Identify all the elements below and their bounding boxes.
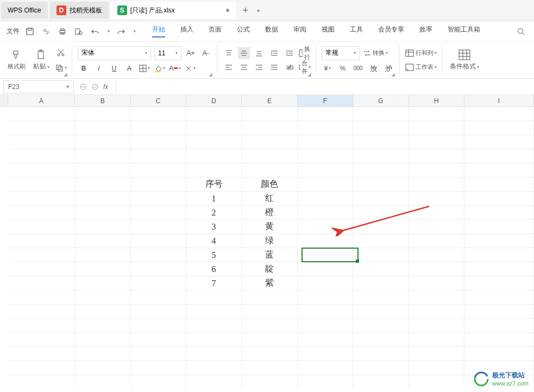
cell[interactable] (464, 276, 534, 290)
column-header-A[interactable]: A (8, 95, 75, 107)
cell[interactable] (353, 121, 409, 135)
cell[interactable] (8, 178, 75, 192)
cell[interactable] (353, 347, 409, 361)
group-expand-icon[interactable]: ◢ (209, 72, 214, 77)
cell[interactable] (186, 163, 242, 178)
tab-template[interactable]: D 找稻壳模板 (50, 2, 109, 19)
cell[interactable] (242, 361, 297, 375)
cell[interactable] (242, 319, 297, 333)
paste-button[interactable]: 粘贴▾ (31, 47, 52, 73)
cell[interactable] (409, 220, 464, 234)
new-tab-dropdown[interactable]: ▾ (253, 8, 264, 14)
cell[interactable]: 3 (186, 220, 242, 234)
cell[interactable] (464, 163, 534, 178)
group-expand-icon[interactable]: ◢ (307, 72, 313, 77)
cell[interactable] (186, 319, 242, 333)
cell[interactable]: 2 (186, 206, 242, 220)
cell[interactable] (298, 375, 353, 388)
conditional-format-button[interactable]: 条件格式▾ (448, 47, 481, 73)
cell[interactable] (75, 262, 130, 276)
cell[interactable] (353, 107, 409, 121)
cell[interactable] (75, 319, 130, 333)
fill-color-button[interactable]: ▾ (154, 62, 166, 74)
column-header-F[interactable]: F (298, 95, 353, 107)
cell[interactable] (242, 121, 297, 135)
currency-button[interactable]: ¥▾ (322, 62, 334, 74)
cell[interactable]: 7 (186, 276, 242, 290)
print-icon[interactable] (58, 27, 67, 36)
cell[interactable] (298, 305, 353, 319)
cell[interactable] (8, 107, 75, 121)
cell[interactable] (409, 107, 464, 121)
strike-button[interactable]: A (123, 62, 135, 74)
worksheet-button[interactable]: 工作表▾ (405, 61, 437, 73)
fx-icon[interactable]: fx (103, 83, 108, 91)
cell[interactable]: 绿 (242, 234, 297, 248)
cell[interactable] (464, 333, 534, 347)
align-middle-button[interactable] (238, 47, 250, 59)
cell[interactable] (464, 206, 534, 220)
cell[interactable] (298, 220, 353, 234)
cell[interactable] (186, 333, 242, 347)
cell[interactable] (353, 178, 409, 192)
cell[interactable] (298, 361, 353, 375)
select-all-corner[interactable] (0, 95, 8, 107)
cell[interactable] (8, 192, 75, 206)
print-preview-icon[interactable] (74, 27, 84, 36)
cell[interactable] (131, 192, 186, 206)
font-size-select[interactable]: 11▾ (154, 46, 181, 60)
cell[interactable] (409, 121, 464, 135)
cell[interactable]: 颜色 (242, 178, 297, 192)
cell[interactable] (464, 107, 534, 121)
cell[interactable] (75, 163, 130, 178)
cell[interactable]: 黄 (242, 220, 297, 234)
cell[interactable] (75, 361, 130, 375)
cell[interactable] (8, 248, 75, 262)
menu-member[interactable]: 会员专享 (370, 22, 412, 41)
cell[interactable] (186, 149, 242, 163)
cell[interactable] (409, 248, 464, 262)
cell[interactable] (409, 234, 464, 248)
cell[interactable] (75, 333, 130, 347)
cell[interactable]: 1 (186, 192, 242, 206)
cell[interactable] (8, 276, 75, 290)
cell[interactable] (8, 135, 75, 149)
cell[interactable] (298, 276, 353, 290)
cell[interactable] (131, 206, 186, 220)
cell[interactable] (464, 178, 534, 192)
cell[interactable] (131, 361, 186, 375)
cell[interactable] (131, 333, 186, 347)
menu-tools[interactable]: 工具 (342, 22, 370, 41)
column-header-H[interactable]: H (409, 95, 464, 107)
indent-increase-button[interactable] (284, 47, 296, 59)
column-header-B[interactable]: B (75, 95, 130, 107)
cell[interactable] (298, 178, 353, 192)
cell[interactable] (131, 220, 186, 234)
cell[interactable] (298, 107, 353, 121)
cell[interactable] (75, 305, 130, 319)
cell[interactable]: 4 (186, 234, 242, 248)
convert-button[interactable]: 转换▾ (363, 47, 388, 59)
cell[interactable] (8, 319, 75, 333)
tab-wps-office[interactable]: WPS Office (1, 2, 48, 19)
align-bottom-button[interactable] (253, 47, 265, 59)
cell[interactable] (464, 262, 534, 276)
save-icon[interactable] (25, 27, 35, 36)
number-format-select[interactable]: 常规▾ (322, 46, 360, 60)
cell[interactable] (75, 347, 130, 361)
cell[interactable]: 序号 (186, 178, 242, 192)
cell[interactable] (353, 262, 409, 276)
cell[interactable] (8, 149, 75, 163)
cell[interactable] (75, 220, 130, 234)
font-color-button[interactable]: A▾ (169, 62, 181, 74)
cell[interactable]: 橙 (242, 206, 297, 220)
cell[interactable]: 靛 (242, 262, 297, 276)
cell[interactable] (298, 149, 353, 163)
cell[interactable] (464, 290, 534, 305)
cell[interactable] (353, 163, 409, 178)
cell[interactable] (75, 290, 130, 305)
cell[interactable] (464, 347, 534, 361)
cell[interactable] (8, 347, 75, 361)
cell[interactable] (131, 305, 186, 319)
cell[interactable] (464, 135, 534, 149)
